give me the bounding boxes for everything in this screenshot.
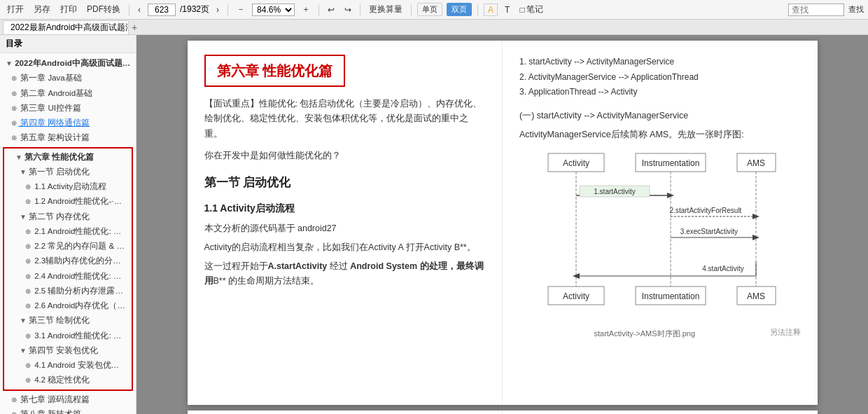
svg-text:Instrumentation: Instrumentation xyxy=(641,158,699,168)
toc-item-ch1[interactable]: ⊕ 第一章 Java基础 xyxy=(0,71,136,85)
nav-next-button[interactable]: › xyxy=(214,4,222,16)
expand-icon: ▼ xyxy=(20,345,27,356)
page-total: /1932页 xyxy=(180,4,209,15)
expand-icon: ⊕ xyxy=(11,394,18,405)
zoom-out-button[interactable]: － xyxy=(234,2,248,17)
svg-text:1.startActivity: 1.startActivity xyxy=(594,188,635,195)
svg-text:2.startActivityForResult: 2.startActivityForResult xyxy=(669,207,741,214)
main-layout: 目录 ▼ 2022年Android中高级面试题汇总 ⊕ 第一章 Java基础 ⊕… xyxy=(0,35,868,414)
step-3: 3. ApplicationThread --> Activity xyxy=(519,85,801,100)
toc-item-ch6s3-1[interactable]: ⊕ 3.1 Android性能优化: 那些不可… xyxy=(4,329,132,343)
redo-button[interactable]: ↪ xyxy=(342,4,354,16)
toc-item-ch6s1-1[interactable]: ⊕ 1.1 Activity启动流程 xyxy=(4,179,132,194)
expand-icon: ⊕ xyxy=(25,256,32,266)
pdf-left-panel: 第六章 性能优化篇 【面试重点】性能优化: 包括启动优化（主要是冷启动）、内存优… xyxy=(188,41,503,405)
expand-icon: ⊕ xyxy=(25,181,32,192)
toc-item-ch6s1[interactable]: ▼ 第一节 启动优化 xyxy=(4,165,132,179)
view-double-button[interactable]: 双页 xyxy=(447,3,472,16)
zoom-select[interactable]: 84.6% xyxy=(252,4,295,16)
toc-item-root[interactable]: ▼ 2022年Android中高级面试题汇总 xyxy=(0,56,136,71)
diagram-caption-action[interactable]: 另法注释 xyxy=(770,326,801,340)
print-button[interactable]: 打印 xyxy=(57,2,80,17)
sidebar-header: 目录 xyxy=(0,35,136,53)
undo-button[interactable]: ↩ xyxy=(325,4,337,16)
expand-icon: ⊕ xyxy=(11,88,18,99)
toc-item-ch6s4-1[interactable]: ⊕ 4.1 Android 安装包优化-·减小安… xyxy=(4,358,132,373)
expand-icon: ⊕ xyxy=(11,118,18,128)
svg-text:Instrumentation: Instrumentation xyxy=(641,291,699,301)
pdf-right2-panel: mToken, mEmbeddedID, requestCode, ar.get… xyxy=(503,410,818,414)
highlight-icon: A xyxy=(488,5,493,15)
expand-icon: ⊕ xyxy=(25,331,32,341)
chapter6-box: ▼ 第六章 性能优化篇 ▼ 第一节 启动优化 ⊕ 1.1 Activity启动流… xyxy=(3,147,133,391)
svg-text:AMS: AMS xyxy=(747,158,765,168)
tabbar: 2022最新Android中高级面试题汇总 × + xyxy=(0,20,868,35)
expand-icon: ▼ xyxy=(15,152,22,163)
toc-item-ch6s2-6[interactable]: ⊕ 2.6 Android内存优化（使用Spar xyxy=(4,298,132,313)
intro-text: 【面试重点】性能优化: 包括启动优化（主要是冷启动）、内存优化、绘制优化、稳定性… xyxy=(204,97,486,142)
toc-item-ch4[interactable]: ⊕ 第四章 网络通信篇 xyxy=(0,116,136,130)
open-button[interactable]: 打开 xyxy=(4,2,27,17)
chapter-title: 第六章 性能优化篇 xyxy=(204,55,346,87)
toc-item-ch8[interactable]: ⊕ 第八章 新技术篇 xyxy=(0,407,136,414)
uml-diagram: Activity Instrumentation AMS 1.startActi… xyxy=(527,146,793,322)
toc-item-ch6s1-2[interactable]: ⊕ 1.2 Android性能优化-·启动优化 xyxy=(4,194,132,209)
note-button[interactable]: □ 笔记 xyxy=(517,2,545,17)
zoom-in-button[interactable]: ＋ xyxy=(299,2,313,17)
toc-item-ch6s4-2[interactable]: ⊕ 4.2 稳定性优化 xyxy=(4,373,132,387)
pdf-page-2: 从Activity的startActivity方法到AMS中间的过程并不复杂，下… xyxy=(188,410,818,414)
highlight-button[interactable]: A xyxy=(484,4,498,16)
expand-icon: ⊕ xyxy=(11,132,18,143)
pdf-button[interactable]: PDF转换 xyxy=(84,2,123,17)
pdf-left2-panel: 从Activity的startActivity方法到AMS中间的过程并不复杂，下… xyxy=(188,410,503,414)
search-input[interactable] xyxy=(788,4,844,16)
divider1 xyxy=(129,4,130,15)
body-text2: 这一过程开始于A.startActivity 经过 Android System… xyxy=(204,259,486,289)
pdf-right-panel: 1. startActivity --> ActivityManagerServ… xyxy=(503,41,818,405)
ams-text: ActivityManagerService后续简称 AMS。先放一张时序图: xyxy=(519,127,801,142)
toc-item-ch2[interactable]: ⊕ 第二章 Android基础 xyxy=(0,86,136,101)
toc-item-ch5[interactable]: ⊕ 第五章 架构设计篇 xyxy=(0,130,136,145)
sidebar: 目录 ▼ 2022年Android中高级面试题汇总 ⊕ 第一章 Java基础 ⊕… xyxy=(0,35,136,414)
tab-title: 2022最新Android中高级面试题汇总 xyxy=(10,22,129,34)
toolbar: 打开 另存 打印 PDF转换 ‹ /1932页 › － 84.6% ＋ ↩ ↪ … xyxy=(0,0,868,20)
toc-item-ch6s2-1[interactable]: ⊕ 2.1 Android性能优化: 这是一份… xyxy=(4,224,132,239)
expand-icon: ⊕ xyxy=(11,103,18,113)
toc-item-ch6s2-3[interactable]: ⊕ 2.3辅助内存优化的分析工具 xyxy=(4,254,132,268)
bold-start-activity: A.startActivity xyxy=(268,261,328,271)
expand-icon: ⊕ xyxy=(11,73,18,83)
expand-icon: ⊕ xyxy=(25,375,32,385)
body-text1: Activity的启动流程相当复杂，比如我们在Activity A 打开Acti… xyxy=(204,240,486,255)
question-text: 你在开发中是如何做性能优化的？ xyxy=(204,149,486,163)
expand-icon: ⊕ xyxy=(25,301,32,311)
toc-item-ch6s2-5[interactable]: ⊕ 2.5 辅助分析内存泄露的工具 xyxy=(4,284,132,298)
main-tab[interactable]: 2022最新Android中高级面试题汇总 × xyxy=(3,20,129,34)
new-tab-button[interactable]: + xyxy=(129,22,140,33)
text-button[interactable]: T xyxy=(502,4,512,16)
expand-icon: ▼ xyxy=(20,167,27,177)
svg-text:AMS: AMS xyxy=(747,291,765,301)
toc-item-ch6s2-4[interactable]: ⊕ 2.4 Android性能优化: 手把手带… xyxy=(4,269,132,284)
update-button[interactable]: 更换算量 xyxy=(366,2,405,17)
bold-android-system: Android System 的处理，最终调用 xyxy=(204,261,484,286)
expand-icon: ⊕ xyxy=(25,286,32,296)
svg-text:Activity: Activity xyxy=(563,158,589,168)
text-icon: T xyxy=(505,5,510,15)
search-button[interactable]: 查找 xyxy=(848,4,864,15)
toc-item-ch6s3[interactable]: ▼ 第三节 绘制优化 xyxy=(4,313,132,328)
pdf-area[interactable]: 第六章 性能优化篇 【面试重点】性能优化: 包括启动优化（主要是冷启动）、内存优… xyxy=(136,35,868,414)
expand-icon: ⊕ xyxy=(25,196,32,207)
view-single-button[interactable]: 单页 xyxy=(417,3,442,16)
toc-item-ch6s2[interactable]: ▼ 第二节 内存优化 xyxy=(4,209,132,224)
save-button[interactable]: 另存 xyxy=(31,2,53,17)
toc-item-ch7[interactable]: ⊕ 第七章 源码流程篇 xyxy=(0,392,136,407)
toc-item-ch6s2-2[interactable]: ⊕ 2.2 常见的内存问题 & 优化方案 xyxy=(4,239,132,254)
toc-item-ch6[interactable]: ▼ 第六章 性能优化篇 xyxy=(4,150,132,165)
svg-text:3.execStartActivity: 3.execStartActivity xyxy=(680,228,738,235)
pdf-page-1: 第六章 性能优化篇 【面试重点】性能优化: 包括启动优化（主要是冷启动）、内存优… xyxy=(188,41,818,405)
divider3 xyxy=(318,4,319,15)
toc-item-ch3[interactable]: ⊕ 第三章 UI控件篇 xyxy=(0,101,136,116)
nav-prev-button[interactable]: ‹ xyxy=(135,4,144,16)
toc-item-ch6s4[interactable]: ▼ 第四节 安装包优化 xyxy=(4,343,132,358)
page-input[interactable] xyxy=(148,4,176,16)
